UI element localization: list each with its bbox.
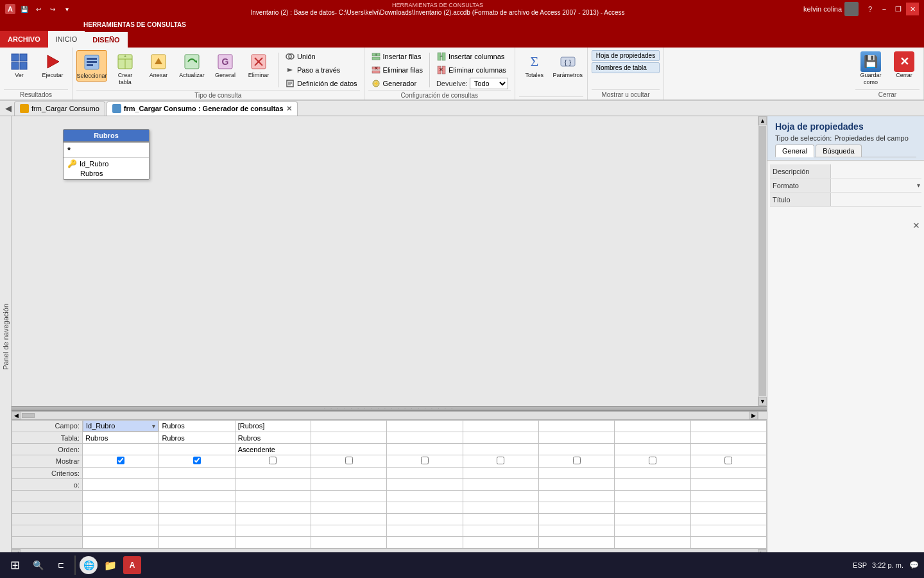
task-view-btn[interactable]: ⊏ (51, 556, 71, 575)
tab-inicio[interactable]: INICIO (48, 31, 85, 48)
mostrar-col5[interactable] (387, 455, 463, 468)
o-col6[interactable] (463, 479, 538, 491)
tab-archivo[interactable]: ARCHIVO (0, 31, 48, 48)
criterios-col4[interactable] (311, 468, 387, 479)
tabla-col4[interactable] (311, 432, 387, 444)
orden-col1[interactable] (83, 444, 159, 455)
campo-col8[interactable] (615, 420, 690, 432)
right-scrollbar[interactable]: ▲ ▼ (758, 116, 767, 406)
tab-general[interactable]: General (775, 144, 814, 157)
mostrar-checkbox-2[interactable] (193, 457, 201, 464)
tabla-col7[interactable] (538, 432, 614, 444)
mostrar-col1[interactable] (83, 455, 159, 468)
mostrar-col2[interactable] (159, 455, 235, 468)
start-button[interactable]: ⊞ (5, 556, 24, 575)
guardar-como-button[interactable]: 💾 Guardarcomo (855, 50, 886, 87)
resize-handle[interactable]: · · · · · · · · · · · · · · · · · · · · (12, 406, 767, 411)
tab-diseno[interactable]: DISEÑO (85, 31, 127, 48)
mostrar-col4[interactable] (311, 455, 387, 468)
eliminar-columnas-button[interactable]: ✕ Eliminar columnas (434, 64, 511, 76)
general-button[interactable]: G General (210, 50, 241, 80)
seleccionar-button[interactable]: Seleccionar (76, 50, 107, 82)
scroll-down-btn[interactable]: ▼ (758, 397, 767, 406)
o-col7[interactable] (538, 479, 614, 491)
undo-btn[interactable]: ↩ (33, 4, 44, 14)
orden-col8[interactable] (615, 444, 690, 455)
prop-panel-close[interactable]: ✕ (912, 220, 920, 231)
eliminar-button[interactable]: Eliminar (243, 50, 274, 80)
taskbar-access[interactable]: A (123, 556, 141, 574)
orden-col4[interactable] (311, 444, 387, 455)
taskbar-chrome[interactable]: 🌐 (80, 556, 98, 574)
campo-col9[interactable] (690, 420, 766, 432)
mostrar-col8[interactable] (615, 455, 690, 468)
o-col2[interactable] (159, 479, 235, 491)
restore-btn[interactable]: ❐ (892, 3, 905, 15)
criterios-col5[interactable] (387, 468, 463, 479)
tabla-col6[interactable] (463, 432, 538, 444)
tab-close-btn[interactable]: ✕ (286, 105, 292, 113)
mostrar-col7[interactable] (538, 455, 614, 468)
formato-value[interactable]: ▾ (831, 182, 921, 189)
criterios-col8[interactable] (615, 468, 690, 479)
generador-button[interactable]: ⚡ Generador (368, 77, 425, 90)
access-icon[interactable]: A (5, 4, 15, 14)
tabla-col2[interactable]: Rubros (159, 432, 235, 444)
hoja-prop-button[interactable]: Hoja de propiedades (592, 50, 660, 61)
scroll-right-btn[interactable]: ▶ (749, 412, 758, 419)
mostrar-checkbox-8[interactable] (649, 457, 656, 464)
mostrar-checkbox-3[interactable] (269, 457, 277, 464)
criterios-col7[interactable] (538, 468, 614, 479)
h-scrollbar-top[interactable]: ◀ ▶ (12, 411, 767, 420)
redo-btn[interactable]: ↪ (47, 4, 58, 14)
o-col9[interactable] (690, 479, 766, 491)
scroll-left-btn[interactable]: ◀ (12, 412, 21, 419)
campo-col5[interactable] (387, 420, 463, 432)
ver-button[interactable]: Ver (4, 50, 35, 80)
search-btn[interactable]: 🔍 (28, 556, 47, 575)
scroll-thumb[interactable] (759, 126, 766, 396)
criterios-col6[interactable] (463, 468, 538, 479)
campo-col4[interactable] (311, 420, 387, 432)
orden-col5[interactable] (387, 444, 463, 455)
mostrar-checkbox-5[interactable] (421, 457, 429, 464)
orden-col2[interactable] (159, 444, 235, 455)
crear-tabla-button[interactable]: + Creartabla (110, 50, 141, 87)
tabla-col3[interactable]: Rubros (235, 432, 311, 444)
campo-dropdown-1[interactable]: ▾ (152, 423, 155, 430)
mostrar-checkbox-6[interactable] (497, 457, 504, 464)
parametros-button[interactable]: { } Parámetros (552, 50, 583, 80)
orden-col3[interactable]: Ascendente (235, 444, 311, 455)
ejecutar-button[interactable]: Ejecutar (37, 50, 68, 80)
paso-button[interactable]: Paso a través (282, 64, 360, 76)
criterios-col1[interactable] (83, 468, 159, 479)
tab-busqueda[interactable]: Búsqueda (816, 144, 862, 157)
orden-col7[interactable] (538, 444, 614, 455)
tabla-col1[interactable]: Rubros (83, 432, 159, 444)
mostrar-checkbox-4[interactable] (345, 457, 353, 464)
mostrar-col6[interactable] (463, 455, 538, 468)
mostrar-col3[interactable] (235, 455, 311, 468)
help-btn[interactable]: ? (864, 3, 877, 15)
actualizar-button[interactable]: Actualizar (176, 50, 207, 80)
campo-col2[interactable]: Rubros (159, 420, 235, 432)
campo-col1[interactable]: Id_Rubro ▾ (83, 420, 158, 432)
campo-col7[interactable] (538, 420, 614, 432)
o-col1[interactable] (83, 479, 159, 491)
taskbar-folder[interactable]: 📁 (101, 556, 119, 574)
mostrar-checkbox-7[interactable] (573, 457, 581, 464)
orden-col9[interactable] (690, 444, 766, 455)
notification-btn[interactable]: 💬 (909, 560, 919, 570)
mostrar-checkbox-1[interactable] (117, 457, 124, 464)
mostrar-col9[interactable] (690, 455, 766, 468)
tab-frm-cargar[interactable]: frm_Cargar Consumo (14, 101, 105, 116)
nav-panel-side[interactable]: Panel de navegación (0, 116, 12, 557)
formato-dropdown[interactable]: ▾ (917, 182, 921, 189)
anexar-button[interactable]: Anexar (143, 50, 174, 80)
o-col5[interactable] (387, 479, 463, 491)
tab-nav-left[interactable]: ◀ (3, 103, 14, 113)
tabla-col9[interactable] (690, 432, 766, 444)
o-col3[interactable] (235, 479, 311, 491)
campo-col3[interactable]: [Rubros] (235, 420, 311, 432)
save-quick-btn[interactable]: 💾 (19, 4, 30, 14)
